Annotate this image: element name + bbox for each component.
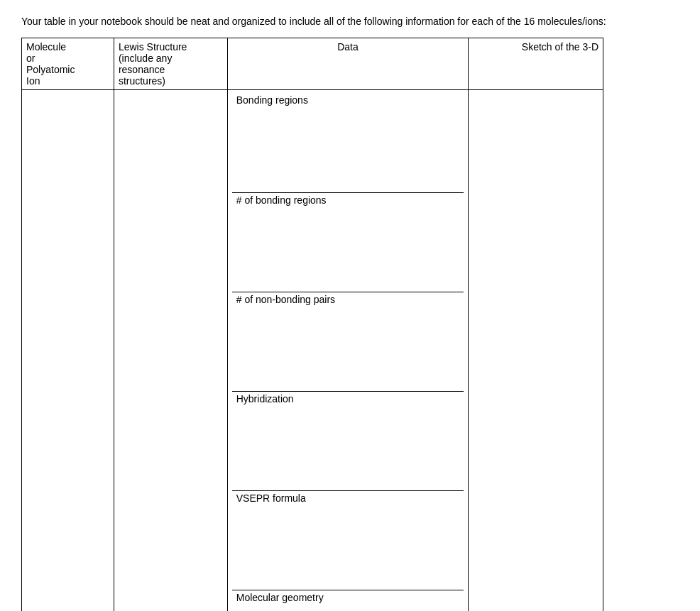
bonding-regions-label: Bonding regions bbox=[232, 93, 464, 192]
sketch-cell bbox=[469, 90, 603, 612]
data-row-1: Bonding regions bbox=[232, 93, 464, 192]
data-row-2: # of bonding regions bbox=[232, 192, 464, 292]
num-bonding-label: # of bonding regions bbox=[232, 192, 464, 292]
data-row-4: Hybridization bbox=[232, 391, 464, 490]
data-row-3: # of non-bonding pairs bbox=[232, 292, 464, 391]
data-header: Data bbox=[227, 38, 469, 90]
data-row-5: VSEPR formula bbox=[232, 490, 464, 590]
hybridization-label: Hybridization bbox=[232, 391, 464, 490]
data-inner-table: Bonding regions # of bonding regions # o… bbox=[232, 93, 464, 611]
sketch-header: Sketch of the 3-D bbox=[469, 38, 603, 90]
table-body-row: Bonding regions # of bonding regions # o… bbox=[22, 90, 603, 612]
nonbonding-pairs-label: # of non-bonding pairs bbox=[232, 292, 464, 391]
data-row-6: Molecular geometry bbox=[232, 590, 464, 611]
table-header-row: MoleculeorPolyatomicIon Lewis Structure(… bbox=[22, 38, 603, 90]
molecule-cell bbox=[22, 90, 114, 612]
main-table: MoleculeorPolyatomicIon Lewis Structure(… bbox=[21, 38, 603, 611]
vsepr-label: VSEPR formula bbox=[232, 490, 464, 590]
molecule-header: MoleculeorPolyatomicIon bbox=[22, 38, 114, 90]
lewis-header: Lewis Structure(include anyresonancestru… bbox=[114, 38, 227, 90]
intro-text: Your table in your notebook should be ne… bbox=[21, 14, 679, 29]
molecular-geometry-label: Molecular geometry bbox=[232, 590, 464, 611]
lewis-cell bbox=[114, 90, 227, 612]
data-cell: Bonding regions # of bonding regions # o… bbox=[227, 90, 469, 612]
